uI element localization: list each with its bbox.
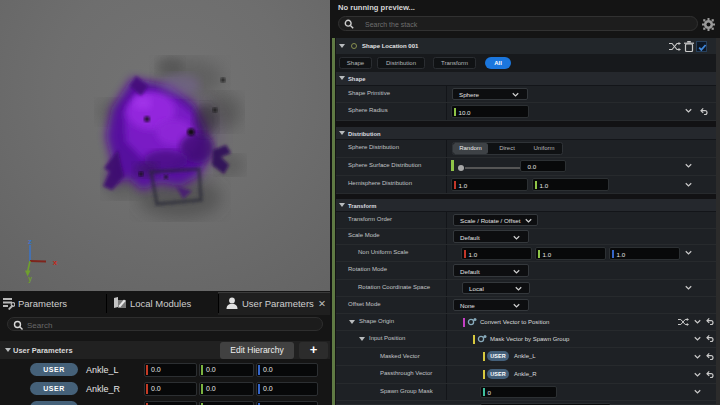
svg-text:x: x bbox=[53, 258, 58, 267]
svg-text:y: y bbox=[28, 275, 32, 283]
svg-text:z: z bbox=[28, 237, 32, 246]
